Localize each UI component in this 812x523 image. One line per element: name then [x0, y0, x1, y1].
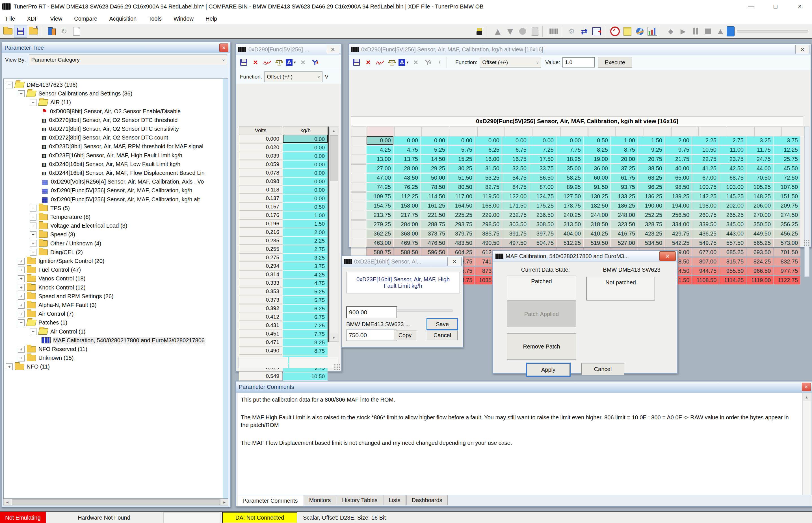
expand-icon[interactable]: + — [18, 258, 24, 265]
grid-column-header[interactable] — [588, 127, 616, 136]
volts-cell[interactable]: 0.039 — [239, 152, 282, 160]
volts-cell[interactable]: 0.490 — [239, 346, 282, 355]
grid-cell[interactable]: 93.75 — [611, 183, 638, 191]
grid-cell[interactable]: 31.50 — [475, 164, 502, 173]
grid-cell[interactable]: 58.25 — [556, 174, 583, 182]
grid-cell[interactable]: 17.50 — [529, 155, 556, 163]
grid-cell[interactable]: 0.50 — [584, 137, 610, 145]
kgh-cell[interactable]: 0.00 — [283, 143, 328, 151]
grid-cell[interactable]: 436.25 — [692, 230, 719, 238]
verify-circle-icon[interactable] — [516, 25, 529, 37]
grid-cell[interactable]: 6.75 — [502, 146, 529, 154]
grid-column-header[interactable] — [533, 127, 560, 136]
scroll-thumb[interactable] — [330, 135, 338, 181]
volts-cell[interactable]: 0.431 — [239, 321, 282, 329]
branch-icon[interactable] — [309, 56, 321, 68]
grid-cell[interactable]: 252.25 — [638, 211, 665, 219]
grid-cell[interactable]: 194.00 — [665, 202, 692, 210]
grid-cell[interactable]: 685.25 — [719, 248, 746, 256]
volts-cell[interactable]: 0.196 — [239, 219, 282, 228]
grid-cell[interactable]: 164.50 — [448, 202, 475, 210]
expand-icon[interactable]: + — [18, 293, 24, 300]
grid-cell[interactable]: 217.75 — [394, 211, 420, 219]
grid-cell[interactable]: 12.25 — [774, 146, 800, 154]
menu-item-window[interactable]: Window — [168, 13, 200, 24]
import-bin-icon[interactable]: ↰ — [27, 25, 39, 37]
grid-cell[interactable]: 161.25 — [421, 202, 448, 210]
grid-cell[interactable]: 824.25 — [746, 257, 773, 266]
grid-cell[interactable]: 70.50 — [746, 174, 773, 182]
notes-icon[interactable] — [621, 25, 634, 37]
grid-cell[interactable]: 33.75 — [529, 164, 556, 173]
tab-monitors[interactable]: Monitors — [304, 495, 336, 505]
tree-item[interactable]: +Diag/CEL (2) — [30, 248, 222, 257]
grid-cell[interactable]: 10.50 — [692, 146, 719, 154]
grid-cell[interactable]: 68.75 — [719, 174, 746, 182]
grid-cell[interactable]: 61.75 — [611, 174, 638, 182]
scalar-compare-input[interactable]: 750.00 — [346, 329, 397, 341]
collapse-icon[interactable]: − — [30, 328, 36, 335]
tree-item[interactable]: +NFO Reserved (11) — [18, 345, 222, 354]
grid-cell[interactable]: 0.00 — [529, 137, 556, 145]
compare-scales-icon[interactable] — [386, 56, 398, 68]
patch-applied-button[interactable]: Patch Applied — [507, 301, 576, 327]
collapse-icon[interactable]: − — [18, 319, 24, 326]
grid-cell[interactable]: 604.25 — [448, 248, 475, 256]
volts-cell[interactable]: 0.157 — [239, 202, 282, 211]
tree-item[interactable]: +Knock Control (12) — [18, 283, 222, 292]
kgh-cell[interactable]: 10.50 — [283, 372, 328, 380]
volts-cell[interactable]: 0.137 — [239, 194, 282, 202]
kgh-cell[interactable]: 2.00 — [283, 228, 328, 236]
grid-cell[interactable]: 0.00 — [448, 137, 475, 145]
menu-item-help[interactable]: Help — [200, 13, 223, 24]
grid-cell[interactable]: 133.25 — [611, 192, 638, 200]
history-chart-icon[interactable] — [646, 25, 658, 37]
grid-cell[interactable]: 565.25 — [746, 239, 773, 247]
menu-item-xdf[interactable]: XDF — [21, 13, 44, 24]
grid-cell[interactable]: 8.25 — [584, 146, 610, 154]
grid-cell[interactable]: 391.75 — [502, 230, 529, 238]
kgh-cell[interactable]: 2.25 — [283, 236, 328, 245]
tree-item[interactable]: MAF Calibration, 540/0280217800 and Euro… — [41, 336, 222, 345]
grid-cell[interactable]: 124.75 — [529, 192, 556, 200]
grid-cell[interactable]: 240.25 — [556, 211, 583, 219]
emulator-plug-icon[interactable] — [473, 25, 486, 37]
volts-cell[interactable]: 0.118 — [239, 185, 282, 194]
grid-cell[interactable]: 308.50 — [529, 220, 556, 229]
grid-cell[interactable]: 51.50 — [448, 174, 475, 182]
expand-icon[interactable]: + — [18, 346, 24, 353]
discard-icon[interactable]: × — [362, 56, 374, 68]
grid-cell[interactable]: 14.50 — [421, 155, 448, 163]
grid-cell[interactable]: 100.75 — [692, 183, 719, 191]
compare-scales-icon[interactable] — [273, 56, 285, 68]
expand-icon[interactable]: + — [30, 214, 36, 220]
grid-cell[interactable]: 379.75 — [448, 230, 475, 238]
grid-cell[interactable]: 504.75 — [529, 239, 556, 247]
grid-cell[interactable]: 13.00 — [367, 155, 393, 163]
grid-cell[interactable]: 225.25 — [448, 211, 475, 219]
tab-lists[interactable]: Lists — [383, 495, 406, 505]
chip-icon[interactable] — [547, 25, 559, 37]
grid-cell[interactable]: 103.00 — [719, 183, 746, 191]
grid-cell[interactable]: 807.00 — [692, 257, 719, 266]
grid-cell[interactable]: 145.25 — [719, 192, 746, 200]
grid-cell[interactable]: 248.00 — [611, 211, 638, 219]
grid-cell[interactable]: 67.00 — [692, 174, 719, 182]
kgh-cell[interactable]: 5.25 — [283, 287, 328, 295]
menu-item-acquisition[interactable]: Acquisition — [103, 13, 143, 24]
scroll-up-icon[interactable]: ▲ — [803, 393, 811, 401]
axis-scrollbar[interactable]: ▲ ▼ — [329, 127, 339, 342]
axis-editor-close-icon[interactable]: ✕ — [326, 45, 340, 54]
grid-cell[interactable]: 490.50 — [475, 239, 502, 247]
grid-cell[interactable]: 142.25 — [692, 192, 719, 200]
view-by-dropdown[interactable]: Parameter Category ˅ — [29, 54, 227, 65]
grid-cell[interactable]: 373.75 — [421, 230, 448, 238]
volts-cell[interactable]: 0.176 — [239, 211, 282, 219]
play-icon[interactable]: ▶ — [677, 25, 689, 37]
tree-item[interactable]: +Other / Unknown (4) — [30, 239, 222, 248]
dashboard-tach-icon[interactable] — [609, 25, 621, 37]
grid-cell[interactable]: 449.50 — [746, 230, 773, 238]
grid-cell[interactable]: 397.75 — [529, 230, 556, 238]
table-editor-close-icon[interactable]: ✕ — [795, 45, 810, 54]
grid-cell[interactable]: 3.75 — [774, 137, 800, 145]
